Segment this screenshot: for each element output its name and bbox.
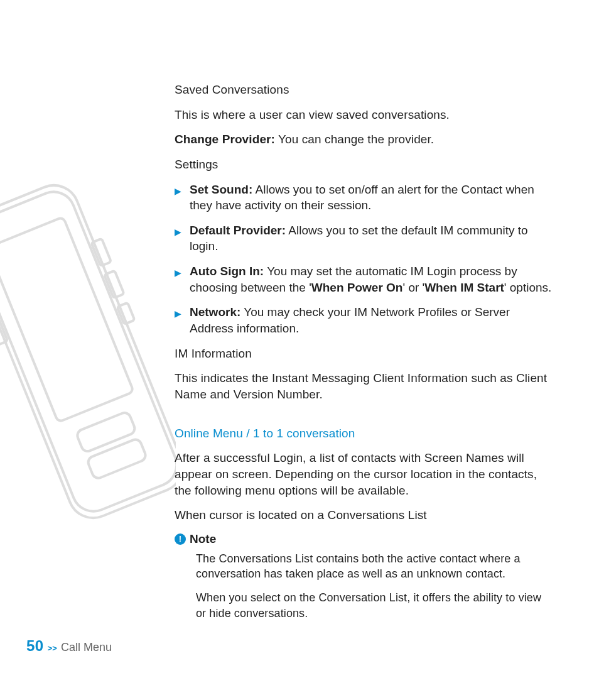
note-label: Note	[190, 532, 216, 546]
auto-sign-in-body-b: ' options.	[504, 281, 551, 294]
online-menu-heading: Online Menu / 1 to 1 conversation	[175, 425, 554, 442]
im-information-heading: IM Information	[175, 346, 554, 362]
change-provider-body: You can change the provider.	[275, 133, 434, 146]
im-information-body: This indicates the Instant Messaging Cli…	[175, 370, 554, 402]
change-provider-label: Change Provider:	[175, 133, 275, 146]
page-number: 50	[26, 637, 44, 655]
change-provider-line: Change Provider: You can change the prov…	[175, 131, 554, 148]
page-section-label: Call Menu	[61, 641, 112, 654]
triangle-icon: ▶	[175, 185, 181, 197]
online-menu-intro: After a successful Login, a list of cont…	[175, 450, 554, 498]
note-paragraph-2: When you select on the Conversation List…	[196, 590, 554, 621]
page-content: Saved Conversations This is where a user…	[175, 82, 554, 630]
saved-conversations-heading: Saved Conversations	[175, 82, 554, 98]
triangle-icon: ▶	[175, 308, 181, 320]
auto-sign-in-mid: ' or '	[402, 281, 424, 294]
cursor-conversations-heading: When cursor is located on a Conversation…	[175, 507, 554, 523]
network-label: Network:	[190, 305, 240, 319]
note-body: The Conversations List contains both the…	[175, 551, 554, 621]
svg-rect-3	[75, 411, 136, 453]
set-sound-label: Set Sound:	[190, 183, 252, 196]
manual-page: Saved Conversations This is where a user…	[0, 0, 599, 700]
note-exclamation-icon: !	[175, 533, 186, 545]
svg-rect-4	[87, 438, 148, 480]
phone-outline-illustration	[0, 176, 176, 553]
svg-rect-2	[0, 217, 134, 422]
setting-default-provider: ▶ Default Provider: Allows you to set th…	[175, 222, 554, 254]
page-separator: >>	[48, 643, 57, 653]
settings-list: ▶ Set Sound: Allows you to set on/off an…	[175, 182, 554, 337]
svg-rect-0	[0, 178, 176, 525]
note-block: ! Note The Conversations List contains b…	[175, 532, 554, 621]
auto-sign-in-opt2: When IM Start	[424, 281, 504, 294]
auto-sign-in-label: Auto Sign In:	[190, 265, 264, 278]
setting-auto-sign-in: ▶ Auto Sign In: You may set the automati…	[175, 263, 554, 295]
triangle-icon: ▶	[175, 267, 181, 279]
note-paragraph-1: The Conversations List contains both the…	[196, 551, 554, 582]
setting-set-sound: ▶ Set Sound: Allows you to set on/off an…	[175, 182, 554, 214]
note-title: ! Note	[175, 532, 554, 546]
settings-heading: Settings	[175, 156, 554, 173]
auto-sign-in-opt1: When Power On	[311, 281, 403, 294]
default-provider-label: Default Provider:	[190, 224, 286, 237]
page-footer: 50 >> Call Menu	[26, 637, 112, 655]
triangle-icon: ▶	[175, 226, 181, 238]
svg-rect-1	[0, 185, 176, 518]
saved-conversations-body: This is where a user can view saved conv…	[175, 107, 554, 123]
setting-network: ▶ Network: You may check your IM Network…	[175, 304, 554, 336]
